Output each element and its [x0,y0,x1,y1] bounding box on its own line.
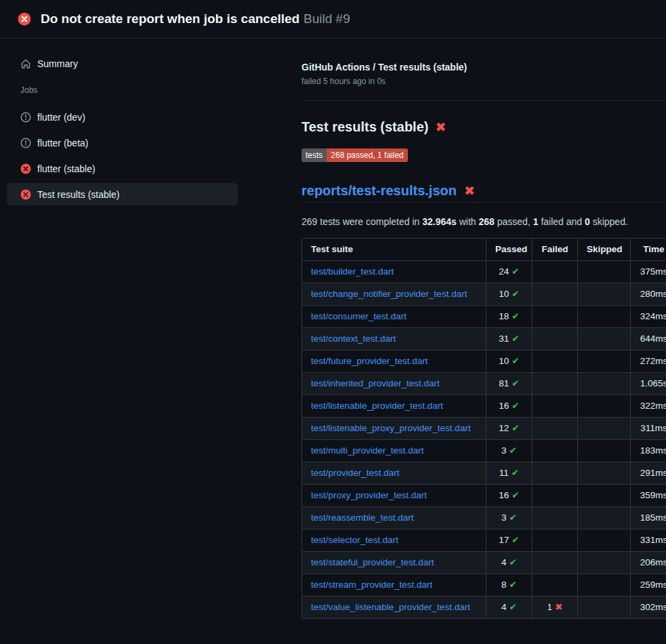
sidebar-summary-label: Summary [37,58,78,69]
column-header-failed: Failed [533,239,578,261]
suite-cell: test/future_provider_test.dart [302,350,486,373]
sidebar-job-label: flutter (dev) [37,112,85,123]
summary-text: skipped. [590,216,628,227]
check-icon: ✔ [512,311,519,321]
column-header-time: Time [631,239,666,261]
workflow-run-title: Do not create report when job is cancell… [41,12,299,26]
count-value: 17 [499,535,509,545]
passed-cell: 17✔ [486,529,533,552]
passed-cell: 4✔ [486,552,533,574]
count-value: 8 [501,580,507,590]
failed-cell [533,306,578,328]
check-icon: ✔ [512,401,519,411]
count-value: 4 [501,557,507,567]
check-icon: ✔ [509,580,517,590]
test-suite-link[interactable]: test/stream_provider_test.dart [311,580,432,590]
count-value: 11 [499,468,509,478]
sidebar-item-flutter-stable[interactable]: flutter (stable) [7,157,238,180]
passed-cell: 24✔ [486,261,533,283]
check-icon: ✔ [512,535,519,545]
time-cell: 324ms [631,306,666,328]
table-row: test/builder_test.dart24✔375ms [302,261,666,283]
count-value: 16 [499,401,509,411]
cross-mark-icon: ✖ [464,184,475,197]
time-cell: 331ms [631,529,666,552]
count-value: 16 [499,490,509,500]
sidebar-item-flutter-beta[interactable]: flutter (beta) [7,132,238,154]
section-title-text: Test results (stable) [301,119,428,135]
sidebar: Summary Jobs flutter (dev) flut [0,39,270,209]
passed-cell: 4✔ [486,597,533,619]
sidebar-item-flutter-dev[interactable]: flutter (dev) [7,106,238,128]
jobs-section-label: Jobs [20,85,270,95]
failed-status-icon [20,163,31,174]
home-icon [20,58,31,69]
table-row: test/provider_test.dart11✔291ms [302,462,666,485]
skipped-cell [578,574,631,597]
check-icon: ✔ [512,423,519,433]
count-value: 1 [547,602,553,612]
time-cell: 280ms [631,283,666,306]
table-row: test/stateful_provider_test.dart4✔206ms [302,552,666,574]
cross-mark-icon: ✖ [435,121,446,134]
time-cell: 359ms [631,485,666,507]
test-suite-link[interactable]: test/value_listenable_provider_test.dart [311,602,470,612]
test-suite-link[interactable]: test/listenable_proxy_provider_test.dart [311,423,471,433]
summary-failed-count: 1 [533,216,539,227]
time-cell: 259ms [631,574,666,597]
sidebar-item-test-results-stable[interactable]: Test results (stable) [7,183,238,205]
test-suite-link[interactable]: test/consumer_test.dart [311,311,407,321]
test-suite-link[interactable]: test/reassemble_test.dart [311,512,414,523]
count-value: 4 [501,602,507,612]
count-value: 31 [499,334,509,344]
table-header-row: Test suite Passed Failed Skipped Time [302,239,666,261]
check-icon: ✔ [512,356,519,366]
test-suite-link[interactable]: test/context_test.dart [311,334,396,344]
skipped-cell [578,306,631,328]
suite-cell: test/selector_test.dart [302,529,486,552]
failed-cell [533,462,578,485]
failed-cell [533,507,578,529]
test-suite-link[interactable]: test/builder_test.dart [311,266,394,277]
table-row: test/stream_provider_test.dart8✔259ms [302,574,666,597]
failed-status-icon [18,12,31,26]
table-row: test/selector_test.dart17✔331ms [302,529,666,552]
test-suite-link[interactable]: test/change_notifier_provider_test.dart [311,289,467,299]
summary-text: passed, [495,216,533,227]
neutral-status-icon [20,138,31,148]
test-suite-link[interactable]: test/multi_provider_test.dart [311,445,424,456]
test-suite-link[interactable]: test/provider_test.dart [311,468,400,478]
test-suite-link[interactable]: test/selector_test.dart [311,535,398,545]
passed-cell: 10✔ [486,350,533,373]
page-header: Do not create report when job is cancell… [0,0,666,39]
table-row: test/proxy_provider_test.dart16✔359ms [302,485,666,507]
failed-cell [533,418,578,440]
check-icon: ✔ [509,602,517,612]
time-cell: 185ms [631,507,666,529]
test-suite-link[interactable]: test/inherited_provider_test.dart [311,378,440,388]
divider [301,100,666,101]
passed-cell: 16✔ [486,395,533,418]
test-suite-link[interactable]: test/proxy_provider_test.dart [311,490,427,500]
test-suite-link[interactable]: test/stateful_provider_test.dart [311,557,434,567]
test-suite-link[interactable]: test/listenable_provider_test.dart [311,401,443,411]
skipped-cell [578,373,631,395]
badge-value: 268 passed, 1 failed [327,148,407,162]
suite-cell: test/listenable_proxy_provider_test.dart [302,418,486,440]
passed-cell: 10✔ [486,283,533,306]
passed-cell: 18✔ [486,306,533,328]
table-row: test/multi_provider_test.dart3✔183ms [302,440,666,462]
table-row: test/listenable_provider_test.dart16✔322… [302,395,666,418]
check-icon: ✔ [509,557,517,567]
sidebar-item-summary[interactable]: Summary [7,52,238,75]
passed-cell: 3✔ [486,440,533,462]
main-content: GitHub Actions / Test results (stable) f… [270,39,666,619]
failed-cell [533,373,578,395]
skipped-cell [578,440,631,462]
suite-cell: test/consumer_test.dart [302,306,486,328]
report-file-link[interactable]: reports/test-results.json [301,182,457,199]
test-suite-link[interactable]: test/future_provider_test.dart [311,356,428,366]
neutral-status-icon [20,112,31,123]
time-cell: 375ms [631,261,666,283]
table-row: test/listenable_proxy_provider_test.dart… [302,418,666,440]
